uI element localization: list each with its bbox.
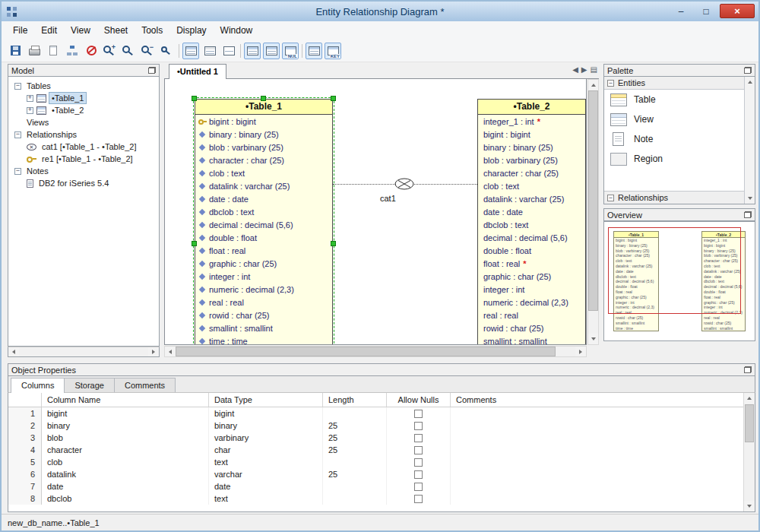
selection-handle[interactable] xyxy=(331,241,336,246)
column-row[interactable]: 1 bigint bigint xyxy=(8,407,755,420)
menu-item[interactable]: Tools xyxy=(135,23,169,38)
allow-nulls-checkbox[interactable] xyxy=(414,410,423,418)
entity-column[interactable]: dbclob : text xyxy=(195,205,332,218)
comments-cell[interactable] xyxy=(451,444,755,456)
zoom-out-icon[interactable]: − xyxy=(140,43,157,59)
toolbar-separator[interactable] xyxy=(301,43,303,59)
column-row[interactable]: 8 dbclob text xyxy=(8,492,755,505)
column-name-cell[interactable]: datalink xyxy=(42,468,209,480)
length-header[interactable]: Length xyxy=(323,393,387,407)
tree-expander-icon[interactable] xyxy=(14,168,21,175)
entity-column[interactable]: dbclob : text xyxy=(478,218,585,231)
entity-column[interactable]: datalink : varchar (25) xyxy=(195,179,332,192)
scroll-down-arrow[interactable] xyxy=(588,334,598,344)
scroll-left-arrow[interactable] xyxy=(8,347,19,356)
data-type-cell[interactable]: bigint xyxy=(209,407,323,420)
column-name-cell[interactable]: character xyxy=(42,444,209,456)
length-cell[interactable] xyxy=(323,480,387,492)
comments-cell[interactable] xyxy=(451,468,755,480)
palette-item[interactable]: Note xyxy=(604,129,744,149)
entity-column[interactable]: time : time xyxy=(195,334,332,345)
length-cell[interactable] xyxy=(323,456,387,468)
column-row[interactable]: 5 clob text xyxy=(8,456,755,468)
data-type-cell[interactable]: char xyxy=(209,444,323,456)
view-compact-icon[interactable] xyxy=(220,43,237,59)
tree-item[interactable]: cat1 [•Table_1 - •Table_2] xyxy=(8,141,159,153)
data-type-cell[interactable]: text xyxy=(209,456,323,468)
comments-cell[interactable] xyxy=(451,492,755,505)
page-setup-icon[interactable] xyxy=(45,43,62,59)
tree-item[interactable]: •Table_2 xyxy=(8,104,159,116)
properties-tab[interactable]: Storage xyxy=(64,378,115,392)
menu-item[interactable]: Edit xyxy=(34,23,64,38)
overview-box[interactable]: •Table_1 bigint : bigintbinary : binary … xyxy=(603,221,755,341)
grid-scroll-thumb[interactable] xyxy=(745,404,754,442)
sheet-list-icon[interactable]: ▤ xyxy=(591,65,597,74)
column-name-cell[interactable]: bigint xyxy=(42,407,209,420)
entity-column[interactable]: real : real xyxy=(195,296,332,309)
show-fk-icon[interactable] xyxy=(306,43,322,59)
entity-column[interactable]: integer : int xyxy=(195,270,332,283)
entity-column[interactable]: character : char (25) xyxy=(195,154,332,166)
tree-expander-icon[interactable] xyxy=(27,95,33,102)
tree-item[interactable]: Views xyxy=(8,116,159,128)
menu-item[interactable]: Sheet xyxy=(97,23,135,38)
scroll-right-arrow[interactable] xyxy=(575,347,586,356)
entity-column[interactable]: decimal : decimal (5,6) xyxy=(478,231,585,244)
tree-expander-icon[interactable] xyxy=(27,107,33,114)
scroll-up-arrow[interactable] xyxy=(744,393,755,404)
zoom-100-icon[interactable] xyxy=(121,43,138,59)
collapse-section-icon[interactable] xyxy=(607,195,614,201)
model-h-scrollbar[interactable] xyxy=(8,347,160,357)
entity-title[interactable]: •Table_2 xyxy=(478,100,585,115)
selection-handle[interactable] xyxy=(192,241,197,246)
entity-column[interactable]: smallint : smallint xyxy=(195,321,332,334)
column-name-header[interactable]: Column Name xyxy=(42,393,209,407)
selection-handle[interactable] xyxy=(261,96,266,101)
scroll-up-arrow[interactable] xyxy=(745,77,755,87)
scroll-down-arrow[interactable] xyxy=(744,501,755,511)
close-button[interactable]: × xyxy=(720,4,755,18)
tree-item[interactable]: Notes xyxy=(8,165,159,177)
entity-column[interactable]: binary : binary (25) xyxy=(478,141,585,154)
column-row[interactable]: 4 character char 25 xyxy=(8,444,755,456)
allow-nulls-checkbox[interactable] xyxy=(414,483,423,491)
allow-nulls-checkbox[interactable] xyxy=(414,434,423,442)
allow-nulls-checkbox[interactable] xyxy=(414,422,423,430)
menu-item[interactable]: File xyxy=(6,23,34,38)
scroll-left-arrow[interactable] xyxy=(165,347,176,356)
scroll-right-arrow[interactable] xyxy=(148,347,159,356)
diagram-canvas[interactable]: cat1 •Table_1 bigint : bigint xyxy=(164,79,587,345)
allow-nulls-checkbox[interactable] xyxy=(414,446,423,454)
properties-tab[interactable]: Comments xyxy=(114,378,176,392)
entity-column[interactable]: date : date xyxy=(195,192,332,205)
entity-column[interactable]: bigint : bigint xyxy=(195,115,332,128)
view-details-icon[interactable] xyxy=(182,43,199,59)
view-rows-icon[interactable] xyxy=(201,43,218,59)
comments-cell[interactable] xyxy=(451,420,755,432)
properties-tab[interactable]: Columns xyxy=(11,378,65,393)
menu-item[interactable]: Window xyxy=(214,23,260,38)
entity-column[interactable]: double : float xyxy=(195,231,332,244)
column-row[interactable]: 2 binary binary 25 xyxy=(8,420,755,432)
show-keys-icon[interactable]: KEY xyxy=(325,43,341,59)
tree-item[interactable]: re1 [•Table_1 - •Table_2] xyxy=(8,153,159,165)
data-type-header[interactable]: Data Type xyxy=(209,393,323,407)
allow-nulls-header[interactable]: Allow Nulls xyxy=(387,393,451,407)
entity-column[interactable]: decimal : decimal (5,6) xyxy=(195,218,332,231)
comments-cell[interactable] xyxy=(451,407,755,420)
float-panel-icon[interactable] xyxy=(744,67,752,74)
float-panel-icon[interactable] xyxy=(148,67,156,74)
show-types-icon[interactable] xyxy=(263,43,280,59)
prev-sheet-icon[interactable]: ◀ xyxy=(572,65,578,74)
entity-column[interactable]: rowid : char (25) xyxy=(478,321,585,334)
column-name-cell[interactable]: clob xyxy=(42,456,209,468)
length-cell[interactable]: 25 xyxy=(323,444,387,456)
entity-column[interactable]: date : date xyxy=(478,205,585,218)
toolbar-separator[interactable] xyxy=(178,43,180,59)
length-cell[interactable]: 25 xyxy=(323,468,387,480)
entity-column[interactable]: clob : text xyxy=(478,179,585,192)
column-name-cell[interactable]: date xyxy=(42,480,209,492)
entity-column[interactable]: graphic : char (25) xyxy=(195,257,332,270)
entity-column[interactable]: numeric : decimal (2,3) xyxy=(195,283,332,296)
